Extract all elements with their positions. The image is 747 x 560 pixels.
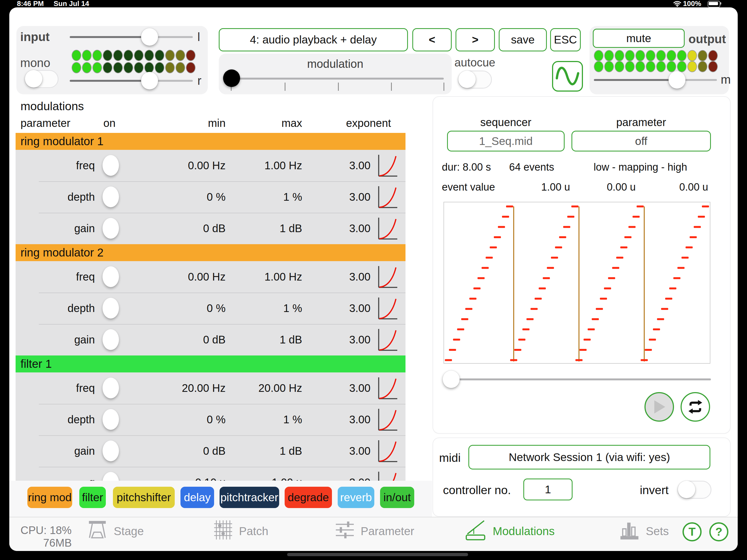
tuner-button[interactable]: T [682,522,702,541]
controller-no-field[interactable]: 1 [523,479,572,501]
stage-icon [86,519,108,543]
esc-button[interactable]: ESC [550,28,581,51]
exponent-value[interactable]: 3.00 [314,404,370,435]
preset-selector[interactable]: 4: audio playback + delay [219,28,408,51]
effect-button-in-out[interactable]: in/out [380,487,414,508]
waveform-button[interactable] [552,61,583,92]
on-toggle[interactable] [103,378,119,399]
min-value[interactable]: 0 % [125,292,226,324]
exponent-curve-button[interactable] [378,186,398,209]
sequence-position-knob[interactable] [443,371,460,388]
effect-button-ring-mod[interactable]: ring mod [27,487,72,508]
mapping-low-value[interactable]: 0.00 u [593,181,636,193]
effect-button-filter[interactable]: filter [79,487,106,508]
nav-item-sets[interactable]: Sets [618,520,669,542]
effect-button-reverb[interactable]: reverb [338,487,374,508]
exponent-curve-button[interactable] [378,440,398,463]
on-toggle[interactable] [103,218,119,239]
on-toggle[interactable] [103,186,119,207]
section-header[interactable]: ring modulator 1 [16,133,406,150]
nav-item-modulations[interactable]: Modulations [464,520,555,542]
min-value[interactable]: 0.00 Hz [125,261,226,292]
loop-button[interactable] [680,392,710,422]
output-main-knob[interactable] [669,71,686,88]
on-toggle[interactable] [103,155,119,176]
on-toggle[interactable] [103,298,119,319]
led [646,61,655,72]
on-toggle[interactable] [103,440,119,461]
section-header[interactable]: filter 1 [16,355,406,373]
exponent-value[interactable]: 3.00 [314,324,370,355]
exponent-curve-button[interactable] [378,471,398,481]
play-button[interactable] [644,392,674,422]
exponent-curve-button[interactable] [378,408,398,431]
midi-device-dropdown[interactable]: Network Session 1 (via wifi: yes) [468,445,711,469]
max-value[interactable]: 20.00 Hz [232,373,302,404]
max-value[interactable]: 1 % [232,404,302,435]
help-button[interactable]: ? [709,522,728,541]
nav-item-stage[interactable]: Stage [86,520,144,542]
exponent-value[interactable]: 3.00 [314,467,370,481]
input-right-knob[interactable] [141,72,158,90]
min-value[interactable]: 20.00 Hz [125,373,226,404]
autocue-toggle[interactable] [458,71,492,88]
max-value[interactable]: 1 % [232,292,302,324]
mapping-high-value[interactable]: 0.00 u [666,181,708,193]
min-value[interactable]: 0.10 u [125,467,226,481]
input-right-slider[interactable] [70,80,193,82]
max-value[interactable]: 1.00 Hz [232,261,302,292]
on-toggle[interactable] [103,329,119,350]
min-value[interactable]: 0.00 Hz [125,150,226,181]
min-value[interactable]: 0 dB [125,324,226,355]
exponent-curve-button[interactable] [378,265,398,288]
event-value[interactable]: 1.00 u [528,181,570,193]
invert-toggle[interactable] [677,481,712,499]
effect-button-delay[interactable]: delay [180,487,214,508]
prev-preset-button[interactable]: < [412,28,452,51]
exponent-value[interactable]: 3.00 [314,292,370,324]
max-value[interactable]: 1 dB [232,213,302,244]
effect-button-degrade[interactable]: degrade [285,487,332,508]
exponent-value[interactable]: 3.00 [314,150,370,181]
exponent-value[interactable]: 3.00 [314,181,370,213]
nav-item-patch[interactable]: Patch [212,520,268,542]
next-preset-button[interactable]: > [456,28,495,51]
nav-item-parameter[interactable]: Parameter [333,520,414,542]
sequencer-parameter-dropdown[interactable]: off [571,131,711,152]
sequence-position-slider[interactable] [451,378,711,380]
exponent-value[interactable]: 3.00 [314,261,370,292]
min-value[interactable]: 0 % [125,181,226,213]
max-value[interactable]: 1 dB [232,435,302,467]
min-value[interactable]: 0 % [125,404,226,435]
exponent-curve-button[interactable] [378,297,398,320]
effect-button-pitchtracker[interactable]: pitchtracker [220,487,279,508]
mono-toggle[interactable] [25,70,58,88]
exponent-curve-button[interactable] [378,377,398,400]
modulation-slider[interactable] [231,78,444,80]
save-button[interactable]: save [499,28,547,51]
exponent-value[interactable]: 3.00 [314,435,370,467]
on-toggle[interactable] [103,472,119,481]
max-value[interactable]: 1 % [232,181,302,213]
max-value[interactable]: 1.00 u [232,467,302,481]
modulation-knob[interactable] [223,70,240,87]
exponent-value[interactable]: 3.00 [314,373,370,404]
exponent-curve-button[interactable] [378,328,398,351]
effect-button-pitchshifter[interactable]: pitchshifter [113,487,175,508]
exponent-curve-button[interactable] [378,217,398,240]
output-main-slider[interactable] [594,79,717,81]
min-value[interactable]: 0 dB [125,435,226,467]
mute-button[interactable]: mute [593,29,685,48]
input-left-slider[interactable] [70,36,193,38]
on-toggle[interactable] [103,266,119,287]
input-left-knob[interactable] [141,28,158,46]
max-value[interactable]: 1 dB [232,324,302,355]
max-value[interactable]: 1.00 Hz [232,150,302,181]
on-toggle[interactable] [103,409,119,430]
exponent-value[interactable]: 3.00 [314,213,370,244]
exponent-curve-button[interactable] [378,154,398,177]
section-header[interactable]: ring modulator 2 [16,244,406,261]
home-indicator[interactable] [287,553,468,556]
sequencer-file-dropdown[interactable]: 1_Seq.mid [447,131,565,152]
min-value[interactable]: 0 dB [125,213,226,244]
